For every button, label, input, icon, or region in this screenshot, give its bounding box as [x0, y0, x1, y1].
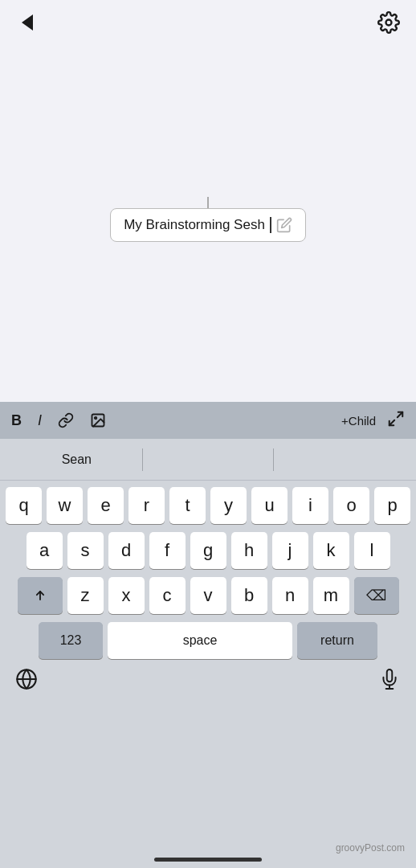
- watermark: groovyPost.com: [336, 842, 405, 854]
- key-i[interactable]: i: [292, 487, 328, 524]
- key-c[interactable]: c: [149, 577, 186, 614]
- key-r[interactable]: r: [128, 487, 165, 524]
- keyboard-bottom: [0, 662, 416, 698]
- key-q[interactable]: q: [6, 487, 42, 524]
- return-key[interactable]: return: [297, 622, 377, 659]
- key-s[interactable]: s: [67, 532, 104, 569]
- node-connector: [207, 197, 209, 208]
- predictive-item-left[interactable]: Sean: [11, 446, 142, 473]
- key-row-4: 123 space return: [3, 622, 413, 659]
- key-n[interactable]: n: [272, 577, 308, 614]
- microphone-button[interactable]: [374, 664, 405, 694]
- shift-key[interactable]: [18, 577, 63, 614]
- predictive-item-middle[interactable]: [143, 453, 274, 466]
- toolbar-left: B I: [11, 412, 325, 429]
- key-f[interactable]: f: [149, 532, 186, 569]
- key-u[interactable]: u: [251, 487, 288, 524]
- formatting-toolbar: B I +Child: [0, 402, 416, 439]
- key-d[interactable]: d: [108, 532, 145, 569]
- key-l[interactable]: l: [354, 532, 390, 569]
- node-container: My Brainstorming Sesh: [110, 197, 306, 242]
- key-z[interactable]: z: [67, 577, 104, 614]
- key-t[interactable]: t: [169, 487, 206, 524]
- back-chevron-icon: [22, 14, 33, 31]
- key-y[interactable]: y: [210, 487, 247, 524]
- key-rows: q w e r t y u i o p a s d f g h j k l: [0, 481, 416, 662]
- predictive-item-right[interactable]: [274, 453, 405, 466]
- node-text: My Brainstorming Sesh: [124, 217, 265, 233]
- image-button[interactable]: [90, 412, 106, 428]
- node-box[interactable]: My Brainstorming Sesh: [110, 208, 306, 242]
- top-bar: [0, 0, 416, 45]
- key-row-2: a s d f g h j k l: [3, 532, 413, 569]
- key-e[interactable]: e: [88, 487, 124, 524]
- svg-point-2: [95, 417, 97, 420]
- key-w[interactable]: w: [47, 487, 83, 524]
- key-o[interactable]: o: [333, 487, 369, 524]
- key-b[interactable]: b: [231, 577, 267, 614]
- link-button[interactable]: [58, 412, 74, 428]
- key-v[interactable]: v: [190, 577, 226, 614]
- home-bar: [154, 858, 262, 862]
- settings-button[interactable]: [376, 10, 402, 35]
- predictive-bar: Sean: [0, 439, 416, 481]
- key-row-3: z x c v b n m ⌫: [3, 577, 413, 614]
- key-g[interactable]: g: [190, 532, 226, 569]
- edit-icon: [276, 217, 292, 233]
- collapse-button[interactable]: [387, 410, 405, 432]
- key-row-1: q w e r t y u i o p: [3, 487, 413, 524]
- globe-icon: [15, 668, 38, 690]
- key-k[interactable]: k: [313, 532, 349, 569]
- gear-icon: [377, 11, 400, 34]
- add-child-button[interactable]: +Child: [341, 414, 376, 428]
- key-h[interactable]: h: [231, 532, 267, 569]
- shift-icon: [32, 588, 48, 604]
- italic-button[interactable]: I: [38, 412, 42, 429]
- link-icon: [58, 412, 74, 428]
- key-m[interactable]: m: [313, 577, 349, 614]
- toolbar-right: +Child: [341, 410, 405, 432]
- space-key[interactable]: space: [108, 622, 292, 659]
- key-j[interactable]: j: [272, 532, 308, 569]
- delete-key[interactable]: ⌫: [354, 577, 399, 614]
- text-cursor: [270, 217, 271, 233]
- image-icon: [90, 412, 106, 428]
- back-button[interactable]: [14, 10, 40, 35]
- globe-button[interactable]: [11, 664, 42, 694]
- keyboard: Sean q w e r t y u i o p a s d f g h j: [0, 439, 416, 868]
- bold-button[interactable]: B: [11, 412, 22, 429]
- arrows-icon: [387, 410, 405, 428]
- key-p[interactable]: p: [374, 487, 410, 524]
- key-a[interactable]: a: [27, 532, 63, 569]
- svg-point-0: [386, 20, 392, 26]
- microphone-icon: [379, 669, 400, 690]
- number-key[interactable]: 123: [39, 622, 103, 659]
- canvas-area: My Brainstorming Sesh: [0, 45, 416, 394]
- key-x[interactable]: x: [108, 577, 145, 614]
